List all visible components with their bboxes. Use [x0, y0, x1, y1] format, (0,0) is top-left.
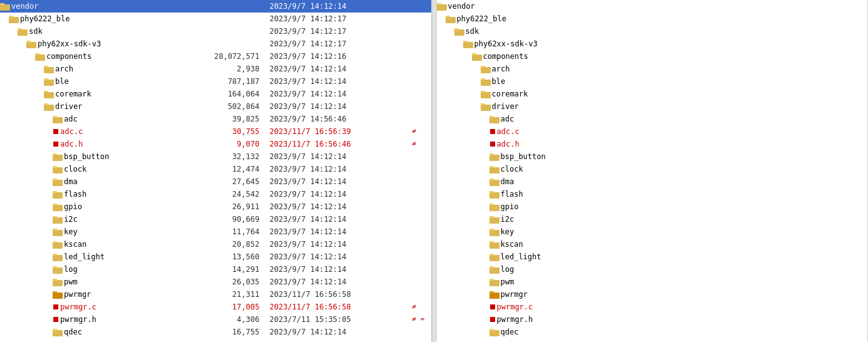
tree-row[interactable]: components28,072,5712023/9/7 14:12:16: [0, 50, 431, 63]
tree-row[interactable]: sdk2023/9/7 14:12:17: [0, 25, 431, 38]
svg-rect-24: [53, 167, 63, 174]
date-cell: [709, 175, 849, 188]
tree-row[interactable]: arch2,9382023/9/7 14:12:14: [0, 63, 431, 75]
tree-row[interactable]: phy62xx-sdk-v32023/9/7 14:12:17: [0, 38, 431, 50]
svg-rect-91: [489, 266, 494, 268]
tree-row[interactable]: gpio26,9112023/9/7 14:12:14: [0, 200, 431, 213]
folder-icon: [53, 291, 63, 299]
tree-row[interactable]: led_light13,5602023/9/7 14:12:14: [0, 251, 431, 263]
tree-row[interactable]: adc.h9,0702023/11/7 16:56:46≠: [0, 138, 431, 150]
size-cell: [624, 238, 709, 251]
tree-row[interactable]: key: [437, 225, 868, 238]
folder-icon: [489, 266, 499, 274]
tree-row[interactable]: coremark164,0642023/9/7 14:12:14: [0, 88, 431, 100]
name-cell: components: [0, 50, 181, 63]
tree-row[interactable]: vendor: [437, 0, 868, 13]
tree-row[interactable]: dma: [437, 175, 868, 188]
row-content: bsp_button: [437, 150, 624, 163]
tree-row[interactable]: flash24,5422023/9/7 14:12:14: [0, 188, 431, 200]
diff-cell-empty: [412, 263, 431, 276]
svg-rect-48: [53, 330, 63, 336]
tree-row[interactable]: log14,2912023/9/7 14:12:14: [0, 263, 431, 276]
tree-row[interactable]: flash: [437, 188, 868, 200]
tree-row[interactable]: pwrmgr21,3112023/11/7 16:56:58: [0, 288, 431, 301]
row-content: pwm: [437, 276, 624, 288]
row-content: sdk: [437, 25, 624, 38]
svg-rect-69: [489, 116, 494, 118]
tree-row[interactable]: gpio: [437, 200, 868, 213]
tree-row[interactable]: pwrmgr.c: [437, 301, 868, 313]
tree-row[interactable]: adc: [437, 113, 868, 125]
tree-row[interactable]: dma27,6452023/9/7 14:12:14: [0, 175, 431, 188]
date-cell: 2023/9/7 14:12:14: [264, 238, 412, 251]
tree-row[interactable]: vendor2023/9/7 14:12:14: [0, 0, 431, 13]
tree-row[interactable]: clock12,4742023/9/7 14:12:14: [0, 163, 431, 175]
tree-row[interactable]: phy6222_ble2023/9/7 14:12:17: [0, 13, 431, 25]
item-name: qdec: [501, 326, 519, 338]
tree-row[interactable]: clock: [437, 163, 868, 175]
diff-cell-empty: [849, 100, 867, 113]
row-content: key: [0, 225, 181, 238]
tree-row[interactable]: i2c: [437, 213, 868, 225]
tree-row[interactable]: i2c90,6692023/9/7 14:12:14: [0, 213, 431, 225]
tree-row[interactable]: bsp_button: [437, 150, 868, 163]
row-content: qdec: [437, 326, 624, 338]
item-name: phy62xx-sdk-v3: [474, 38, 538, 50]
item-name: kscan: [501, 238, 523, 251]
tree-row[interactable]: qdec: [437, 326, 868, 338]
date-cell: 2023/9/7 14:12:14: [264, 263, 412, 276]
folder-icon: [481, 65, 491, 73]
tree-row[interactable]: qdec16,7552023/9/7 14:12:14: [0, 326, 431, 338]
svg-rect-7: [26, 41, 31, 43]
tree-row[interactable]: adc.h: [437, 138, 868, 150]
item-name: bsp_button: [501, 150, 546, 163]
diff-cell-empty: [412, 13, 431, 25]
tree-row[interactable]: bsp_button32,1322023/9/7 14:12:14: [0, 150, 431, 163]
tree-row[interactable]: adc.c: [437, 125, 868, 138]
item-name: dma: [501, 175, 515, 188]
svg-rect-8: [35, 54, 45, 61]
svg-rect-28: [53, 192, 63, 199]
svg-rect-34: [53, 230, 63, 236]
name-cell: pwrmgr.h: [437, 313, 624, 326]
tree-row[interactable]: ble: [437, 75, 868, 88]
tree-row[interactable]: pwrmgr.h4,3062023/7/11 15:35:05≠ =: [0, 313, 431, 326]
tree-row[interactable]: pwm: [437, 276, 868, 288]
splitter[interactable]: [432, 0, 437, 342]
tree-row[interactable]: kscan: [437, 238, 868, 251]
tree-row[interactable]: pwrmgr.h: [437, 313, 868, 326]
row-content: pwrmgr: [437, 288, 624, 301]
tree-row[interactable]: kscan20,8522023/9/7 14:12:14: [0, 238, 431, 251]
name-cell: phy62xx-sdk-v3: [0, 38, 181, 50]
svg-rect-73: [489, 153, 494, 155]
tree-row[interactable]: driver502,8642023/9/7 14:12:14: [0, 100, 431, 113]
svg-rect-85: [489, 229, 494, 231]
tree-row[interactable]: driver: [437, 100, 868, 113]
tree-row[interactable]: sdk: [437, 25, 868, 38]
tree-row[interactable]: arch: [437, 63, 868, 75]
size-cell: 11,764: [181, 225, 264, 238]
tree-row[interactable]: components: [437, 50, 868, 63]
diff-cell-empty: [849, 251, 867, 263]
tree-row[interactable]: coremark: [437, 88, 868, 100]
tree-row[interactable]: log: [437, 263, 868, 276]
tree-row[interactable]: phy6222_ble: [437, 13, 868, 25]
tree-row[interactable]: led_light: [437, 251, 868, 263]
row-content: vendor: [0, 0, 181, 13]
tree-row[interactable]: adc.c30,7552023/11/7 16:56:39≠: [0, 125, 431, 138]
svg-rect-93: [489, 279, 494, 281]
left-pane[interactable]: vendor2023/9/7 14:12:14 phy6222_ble2023/…: [0, 0, 432, 342]
tree-row[interactable]: adc39,8252023/9/7 14:56:46: [0, 113, 431, 125]
right-pane[interactable]: vendor phy6222_ble sdk phy62xx-sdk-v3 co…: [437, 0, 869, 342]
diff-cell-empty: [849, 125, 867, 138]
size-cell: [624, 113, 709, 125]
tree-row[interactable]: key11,7642023/9/7 14:12:14: [0, 225, 431, 238]
diff-cell-empty: [849, 138, 867, 150]
tree-row[interactable]: pwrmgr.c17,0052023/11/7 16:56:58≠: [0, 301, 431, 313]
size-cell: [624, 213, 709, 225]
size-cell: 17,005: [181, 301, 264, 313]
tree-row[interactable]: pwm26,0352023/9/7 14:12:14: [0, 276, 431, 288]
tree-row[interactable]: phy62xx-sdk-v3: [437, 38, 868, 50]
tree-row[interactable]: ble787,1872023/9/7 14:12:14: [0, 75, 431, 88]
tree-row[interactable]: pwrmgr: [437, 288, 868, 301]
